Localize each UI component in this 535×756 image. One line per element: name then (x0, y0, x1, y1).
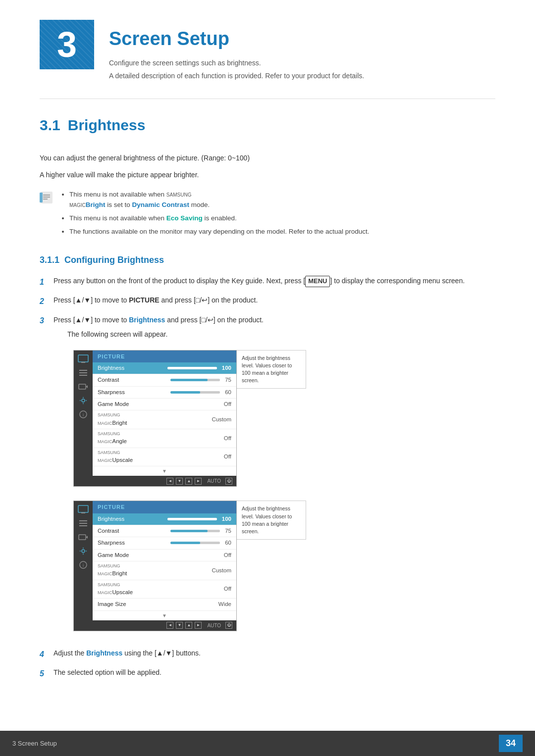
gamemode-row-2: Game Mode Off (93, 550, 236, 561)
note-list: This menu is not available when SAMSUNGM… (60, 190, 370, 240)
monitor-note-1: Adjust the brightness level. Values clos… (237, 350, 306, 389)
step-2-num: 2 (40, 295, 49, 307)
footer-right-btn: ► (195, 478, 202, 485)
footer-auto-label: AUTO (207, 477, 221, 485)
svg-text:i: i (83, 563, 84, 568)
page-number-badge: 34 (499, 735, 523, 752)
svg-point-20 (82, 550, 85, 553)
sidebar-gear-icon-2 (78, 547, 89, 555)
magicupscale-row-1: SAMSUNG MAGICUpscale Off (93, 448, 236, 467)
step-4: 4 Adjust the Brightness using the [▲/▼] … (40, 648, 495, 660)
step-3-num: 3 (40, 314, 49, 327)
chapter-title-block: Screen Setup Configure the screen settin… (109, 20, 364, 84)
footer-left-btn: ◄ (166, 478, 173, 485)
footer-auto-label-2: AUTO (207, 622, 221, 629)
monitor-sidebar-1: i (74, 351, 93, 487)
step-5-text: The selected option will be applied. (54, 667, 161, 678)
svg-text:i: i (83, 412, 84, 417)
screens-container: i PICTURE Brightness (73, 350, 306, 631)
step-3-text: Press [▲/▼] to move to Brightness and pr… (54, 316, 264, 324)
sidebar-tv-icon-2 (78, 505, 89, 514)
sharpness-row-1: Sharpness 60 (93, 387, 236, 399)
step-1-text: Press any button on the front of the pro… (54, 276, 465, 287)
bottom-bar: 3 Screen Setup 34 (0, 731, 535, 756)
footer-down-btn: ▼ (176, 478, 183, 485)
menu-header-1: PICTURE (93, 351, 236, 363)
sidebar-info-icon: i (78, 410, 89, 419)
footer-power-icon: ⏻ (225, 478, 232, 485)
imagesize-row-2: Image Size Wide (93, 599, 236, 610)
magicangle-row-1: SAMSUNG MAGICAngle Off (93, 429, 236, 448)
sidebar-menu-icon (78, 368, 89, 377)
footer-right-btn-2: ► (195, 622, 202, 629)
sidebar-info-icon-2: i (78, 560, 89, 569)
note-box: This menu is not available when SAMSUNGM… (40, 190, 495, 240)
footer-up-btn: ▲ (185, 478, 192, 485)
sidebar-input-icon (78, 382, 89, 391)
step-1-num: 1 (40, 276, 49, 288)
monitor-content-2: PICTURE Brightness 100 Contrast (93, 501, 236, 630)
step-5: 5 The selected option will be applied. (40, 667, 495, 680)
footer-left-btn-2: ◄ (166, 622, 173, 629)
sidebar-gear-icon (78, 396, 89, 405)
note-icon (40, 191, 54, 204)
menu-arrow-2: ▼ (93, 611, 236, 620)
chapter-subtitle2: A detailed description of each function … (109, 71, 364, 81)
step-5-num: 5 (40, 667, 49, 680)
steps-list: 1 Press any button on the front of the p… (40, 276, 495, 679)
step-2-text: Press [▲/▼] to move to PICTURE and press… (54, 295, 258, 306)
magicbright-row-2: SAMSUNG MAGICBright Custom (93, 561, 236, 580)
brightness-row-1: Brightness 100 (93, 362, 236, 374)
note-item-3: The functions available on the monitor m… (69, 227, 370, 237)
svg-rect-5 (78, 355, 88, 362)
svg-rect-19 (79, 535, 86, 540)
menu-header-2: PICTURE (93, 501, 236, 513)
sharpness-row-2: Sharpness 60 (93, 537, 236, 549)
chapter-number: 3 (40, 20, 94, 69)
chapter-subtitle1: Configure the screen settings such as br… (109, 58, 364, 68)
brightness-row-2: Brightness 100 (93, 513, 236, 525)
chapter-title: Screen Setup (109, 25, 364, 53)
footer-left-text: 3 Screen Setup (12, 739, 57, 749)
sidebar-menu-icon-2 (78, 519, 89, 528)
section-31-title: 3.1Brightness (40, 114, 495, 140)
svg-rect-14 (78, 505, 88, 512)
step-1: 1 Press any button on the front of the p… (40, 276, 495, 288)
svg-rect-15 (81, 512, 85, 513)
note-item-2: This menu is not available when Eco Savi… (69, 213, 370, 224)
contrast-row-1: Contrast 75 (93, 374, 236, 386)
step-3-sub: The following screen will appear. (67, 329, 306, 340)
page-number: 34 (506, 738, 516, 748)
menu-footer-1: ◄ ▼ ▲ ► AUTO ⏻ (93, 476, 236, 486)
contrast-row-2: Contrast 75 (93, 525, 236, 537)
section-divider (40, 99, 495, 99)
footer-power-icon-2: ⏻ (225, 622, 232, 629)
svg-rect-6 (81, 362, 85, 363)
chapter-number-text: 3 (57, 18, 77, 71)
step-4-num: 4 (40, 648, 49, 660)
brightness-desc1: You can adjust the general brightness of… (40, 152, 495, 163)
magicbright-row-1: SAMSUNG MAGICBright Custom (93, 410, 236, 429)
svg-rect-10 (79, 384, 86, 389)
monitor-ui-2: i PICTURE Brightness 10 (73, 501, 237, 631)
chapter-header: 3 Screen Setup Configure the screen sett… (40, 20, 495, 84)
menu-arrow-1: ▼ (93, 466, 236, 476)
monitor-note-2: Adjust the brightness level. Values clos… (237, 501, 306, 540)
svg-rect-4 (40, 193, 43, 202)
note-item-1: This menu is not available when SAMSUNGM… (69, 190, 370, 210)
gamemode-row-1: Game Mode Off (93, 399, 236, 410)
menu-footer-2: ◄ ▼ ▲ ► AUTO ⏻ (93, 620, 236, 631)
monitor-screen-2: i PICTURE Brightness 10 (73, 501, 306, 631)
step-2: 2 Press [▲/▼] to move to PICTURE and pre… (40, 295, 495, 307)
monitor-content-1: PICTURE Brightness 100 (93, 351, 236, 487)
brightness-desc2: A higher value will make the picture app… (40, 169, 495, 180)
sidebar-tv-icon (78, 354, 89, 363)
step-3: 3 Press [▲/▼] to move to Brightness and … (40, 314, 495, 641)
svg-point-11 (82, 399, 85, 402)
monitor-screen-1: i PICTURE Brightness (73, 350, 306, 487)
magicupscale-row-2: SAMSUNG MAGICUpscale Off (93, 580, 236, 599)
sidebar-input-icon-2 (78, 533, 89, 542)
monitor-ui-1: i PICTURE Brightness (73, 350, 237, 487)
monitor-sidebar-2: i (74, 501, 93, 630)
section-311-title: 3.1.1 Configuring Brightness (40, 253, 495, 267)
